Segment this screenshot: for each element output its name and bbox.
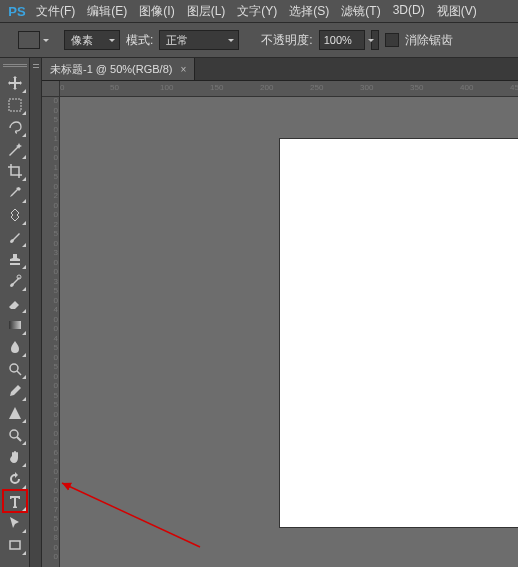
- ruler-tick: 0: [44, 468, 58, 476]
- ruler-tick: 5: [44, 173, 58, 181]
- opacity-label: 不透明度:: [261, 32, 312, 49]
- ruler-tick: 400: [460, 83, 473, 92]
- ruler-tick: 1: [44, 164, 58, 172]
- antialias-checkbox[interactable]: [385, 33, 399, 47]
- crop-tool[interactable]: [3, 160, 27, 182]
- ruler-tick: 8: [44, 534, 58, 542]
- ruler-tick: 0: [44, 202, 58, 210]
- ruler-tick: 0: [44, 354, 58, 362]
- pen-tool[interactable]: [3, 380, 27, 402]
- brush-tool[interactable]: [3, 226, 27, 248]
- ruler-tick: 2: [44, 192, 58, 200]
- ruler-tick: 50: [110, 83, 119, 92]
- vertical-ruler[interactable]: 0050100150200250300350400450500550600650…: [42, 97, 60, 567]
- ruler-tick: 0: [44, 411, 58, 419]
- history-brush-tool[interactable]: [3, 270, 27, 292]
- ruler-tick: 0: [44, 97, 58, 105]
- menu-item[interactable]: 视图(V): [431, 3, 483, 20]
- shape-tool[interactable]: [3, 402, 27, 424]
- ruler-tick: 0: [44, 154, 58, 162]
- stamp-tool[interactable]: [3, 248, 27, 270]
- marquee-tool[interactable]: [3, 94, 27, 116]
- ruler-tick: 5: [44, 287, 58, 295]
- ruler-tick: 6: [44, 420, 58, 428]
- ruler-tick: 150: [210, 83, 223, 92]
- ruler-tick: 350: [410, 83, 423, 92]
- options-bar: 像素 模式: 正常 不透明度: 100% 消除锯齿: [0, 22, 518, 58]
- move-tool[interactable]: [3, 72, 27, 94]
- mode-dropdown[interactable]: 正常: [159, 30, 239, 50]
- zoom-tool[interactable]: [3, 424, 27, 446]
- eraser-tool[interactable]: [3, 292, 27, 314]
- close-icon[interactable]: ×: [180, 64, 186, 75]
- annotation-arrow: [60, 477, 240, 559]
- menubar: PS 文件(F)编辑(E)图像(I)图层(L)文字(Y)选择(S)滤镜(T)3D…: [0, 0, 518, 22]
- mode-label: 模式:: [126, 32, 153, 49]
- menu-item[interactable]: 滤镜(T): [335, 3, 386, 20]
- unit-dropdown[interactable]: 像素: [64, 30, 120, 50]
- ruler-tick: 3: [44, 278, 58, 286]
- wand-tool[interactable]: [3, 138, 27, 160]
- ruler-tick: 0: [44, 525, 58, 533]
- ruler-tick: 0: [44, 325, 58, 333]
- ruler-tick: 2: [44, 221, 58, 229]
- dodge-tool[interactable]: [3, 358, 27, 380]
- document-tab-title: 未标题-1 @ 50%(RGB/8): [50, 62, 172, 77]
- ruler-tick: 4: [44, 335, 58, 343]
- document-tab[interactable]: 未标题-1 @ 50%(RGB/8) ×: [42, 58, 195, 80]
- ruler-tick: 0: [44, 496, 58, 504]
- canvas[interactable]: [280, 139, 518, 527]
- rectangle-tool[interactable]: [3, 534, 27, 556]
- ruler-tick: 300: [360, 83, 373, 92]
- lasso-tool[interactable]: [3, 116, 27, 138]
- svg-line-0: [62, 483, 200, 547]
- ruler-tick: 200: [260, 83, 273, 92]
- ruler-tick: 100: [160, 83, 173, 92]
- menu-item[interactable]: 选择(S): [283, 3, 335, 20]
- ruler-tick: 5: [44, 515, 58, 523]
- ruler-tick: 5: [44, 392, 58, 400]
- ruler-tick: 5: [44, 363, 58, 371]
- rotate-tool[interactable]: [3, 468, 27, 490]
- blur-tool[interactable]: [3, 336, 27, 358]
- gradient-tool[interactable]: [3, 314, 27, 336]
- menu-item[interactable]: 文件(F): [30, 3, 81, 20]
- ruler-tick: 0: [44, 487, 58, 495]
- menu-item[interactable]: 图层(L): [181, 3, 232, 20]
- ruler-tick: 0: [44, 268, 58, 276]
- ruler-tick: 450: [510, 83, 518, 92]
- ruler-tick: 0: [44, 544, 58, 552]
- ruler-tick: 1: [44, 135, 58, 143]
- ruler-tick: 0: [44, 316, 58, 324]
- antialias-label: 消除锯齿: [405, 32, 453, 49]
- ruler-tick: 0: [44, 297, 58, 305]
- path-select-tool[interactable]: [3, 512, 27, 534]
- eyedropper-tool[interactable]: [3, 182, 27, 204]
- hand-tool[interactable]: [3, 446, 27, 468]
- ruler-tick: 4: [44, 306, 58, 314]
- ruler-tick: 0: [44, 430, 58, 438]
- ruler-tick: 0: [44, 240, 58, 248]
- horizontal-ruler[interactable]: 050100150200250300350400450: [60, 81, 518, 97]
- panel-grip[interactable]: [3, 62, 27, 68]
- ruler-tick: 0: [44, 145, 58, 153]
- app-logo: PS: [4, 2, 30, 20]
- ruler-origin[interactable]: [42, 81, 60, 97]
- menu-item[interactable]: 编辑(E): [81, 3, 133, 20]
- collapsed-panel-tab[interactable]: [30, 58, 42, 567]
- menu-item[interactable]: 图像(I): [133, 3, 180, 20]
- ruler-tick: 7: [44, 477, 58, 485]
- opacity-slider-toggle[interactable]: [371, 30, 379, 50]
- ruler-tick: 7: [44, 506, 58, 514]
- heal-tool[interactable]: [3, 204, 27, 226]
- menu-item[interactable]: 文字(Y): [231, 3, 283, 20]
- ruler-tick: 6: [44, 449, 58, 457]
- canvas-viewport[interactable]: [60, 97, 518, 567]
- opacity-input[interactable]: 100%: [319, 30, 365, 50]
- ruler-tick: 0: [44, 382, 58, 390]
- ruler-tick: 0: [44, 126, 58, 134]
- document-area: 未标题-1 @ 50%(RGB/8) × 0050100150200250300…: [42, 58, 518, 567]
- menu-item[interactable]: 3D(D): [387, 3, 431, 20]
- type-tool[interactable]: [3, 490, 27, 512]
- tool-preset-picker[interactable]: [18, 31, 40, 49]
